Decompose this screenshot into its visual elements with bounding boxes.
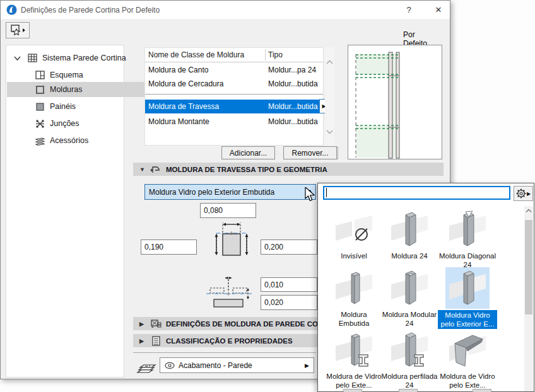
curtain-wall-preview-drawing [348,45,442,159]
column-header-type[interactable]: Tipo [266,50,323,59]
tree-item-label: Sistema Parede Cortina [42,54,126,62]
section-travessa-header[interactable]: ▼ MOLDURA DE TRAVESSA TIPO E GEOMETRIA [133,163,444,176]
divider [133,352,316,353]
cutoff-thumbnail [399,389,418,392]
tree-item-label: Junções [50,119,79,128]
text-caret [326,188,327,197]
mullion-thumb-icon [389,209,430,250]
table-scrollbar[interactable] [325,47,334,146]
cutoff-thumbnail [473,389,491,392]
width-field[interactable] [200,203,256,218]
frame-class-type: Moldur...butida [266,117,323,126]
settings-tree: Sistema Parede Cortina Esquema M [6,45,124,378]
frame-class-table: Nome de Classe de Moldura Tipo Moldura d… [144,47,324,146]
mullion-thumb-icon [447,268,488,308]
frame-type-option[interactable]: Invisível [324,209,384,260]
option-label: Moldura Vidro pelo Exterior E... [438,310,497,329]
table-row-selected[interactable]: Moldura de Travessa Moldur...butida [145,100,319,113]
mullion-thumb-icon [334,268,374,308]
option-label: Moldura Embutida [324,310,384,328]
column-header-name[interactable]: Nome de Classe de Moldura [145,50,266,59]
tree-item-label: Esquema [50,71,83,79]
frame-class-type: Moldur...butida [266,79,323,88]
frame-type-option[interactable]: Moldura Diagonal 24 [438,209,497,269]
frame-type-option-selected[interactable]: Moldura Vidro pelo Exterior E... [438,267,497,329]
chevron-down-icon[interactable] [12,53,23,64]
frame-class-name: Moldura de Canto [145,66,266,74]
mouse-cursor [304,187,315,204]
invisible-thumb-icon [334,209,374,250]
mullion-thumb-icon [447,209,488,250]
popup-settings-button[interactable]: ▶ [514,186,533,201]
scroll-up-icon[interactable] [326,60,333,65]
tree-item-acessorios[interactable]: Acessórios [7,133,151,148]
frame-type-option[interactable]: Moldura perfilada 24 [380,329,439,389]
tree-item-label: Painéis [50,102,76,111]
remove-button[interactable]: Remover... [283,146,337,159]
curtain-wall-system-icon [27,53,38,64]
mullion-thumb-icon [389,330,430,370]
option-label: Moldura de Vidro pelo Exte... [438,372,497,389]
frame-type-value: Moldura Vidro pelo Exterior Embutida [149,188,274,197]
tree-item-label: Acessórios [50,136,88,145]
expand-triangle-icon[interactable]: ▶ [139,321,146,327]
frame-offset-diagram [204,273,254,314]
favorites-button[interactable] [6,22,30,38]
preview-panel[interactable] [348,45,442,159]
scroll-up-icon[interactable] [526,209,532,213]
popup-scrollbar[interactable] [524,206,533,391]
finish-value: Acabamento - Parede [179,361,252,370]
panel-offset-field[interactable] [261,295,317,310]
dialog-title: Definições de Parede Cortina Por Defeito [21,6,160,14]
frame-type-option[interactable]: Moldura Embutida [324,267,384,328]
mullion-thumb-icon [334,330,374,370]
scroll-down-icon[interactable] [326,129,333,134]
frame-type-option[interactable]: Moldura de Vidro pelo Exte... [324,329,384,389]
table-header-row[interactable]: Nome de Classe de Moldura Tipo [145,48,323,62]
scrollbar-thumb[interactable] [525,220,532,314]
option-label: Moldura de Vidro pelo Exte... [324,372,384,389]
flyout-arrow-icon: ▶ [527,191,531,197]
frame-type-option[interactable]: Moldura 24 [380,209,439,260]
screen: Definições de Parede Cortina Por Defeito… [0,0,535,392]
expand-triangle-icon[interactable]: ▶ [139,338,146,344]
title-bar[interactable]: Definições de Parede Cortina Por Defeito… [1,1,450,19]
glass-offset-field[interactable] [261,277,317,292]
popup-search-input[interactable] [323,186,510,200]
tree-item-juncoes[interactable]: Junções [7,116,151,131]
accessories-icon [35,135,45,146]
help-button[interactable]: ? [399,1,418,18]
favorites-icon [9,24,26,37]
frame-type-option[interactable]: Moldura Modular 24 [380,267,439,328]
add-button[interactable]: Adicionar... [221,146,275,159]
table-row[interactable]: Moldura de Cercadura Moldur...butida [145,77,323,91]
finish-dropdown[interactable]: Acabamento - Parede ▶ [160,357,314,373]
depth-field[interactable] [141,239,197,255]
tree-item-paineis[interactable]: Painéis [7,99,151,114]
section-title: DEFINIÇÕES DE MOLDURA DE PAREDE CORTI [166,320,329,328]
layers-icon [135,358,158,374]
frame-type-option[interactable]: Moldura de Vidro pelo Exte... [438,329,497,389]
gear-icon [516,188,526,199]
eye-icon [165,362,175,369]
tree-item-molduras[interactable]: Molduras [7,82,151,97]
option-label: Moldura 24 [380,251,439,260]
column-separator [265,49,266,61]
archicad-logo-icon [6,4,17,15]
height-field[interactable] [261,239,317,255]
table-row[interactable]: Moldura de Canto Moldur...pa 24 [145,63,323,77]
combo-arrow-icon: ▶ [305,362,309,369]
section-title: CLASSIFICAÇÃO E PROPRIEDADES [166,337,293,345]
option-label: Moldura Modular 24 [380,310,439,328]
tree-item-sistema-parede-cortina[interactable]: Sistema Parede Cortina [7,50,128,66]
collapse-triangle-icon[interactable]: ▼ [139,166,146,173]
frame-settings-icon [150,319,162,329]
panels-icon [35,101,45,112]
table-row[interactable]: Moldura Montante Moldur...butida [145,115,323,129]
frame-type-dropdown[interactable]: Moldura Vidro pelo Exterior Embutida ▲ [144,184,316,200]
tree-item-esquema[interactable]: Esquema [7,67,151,83]
close-button[interactable]: ✕ [429,1,448,18]
frame-section-diagram [208,220,257,262]
frames-icon [35,84,45,95]
document-icon [150,336,162,346]
